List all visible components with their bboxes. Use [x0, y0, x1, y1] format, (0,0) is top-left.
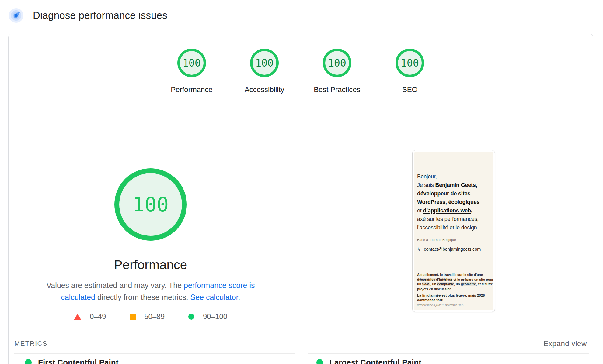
legend-average-label: 50–89 [144, 312, 165, 321]
category-label: Best Practices [314, 85, 360, 94]
expand-view-button[interactable]: Expand view [543, 339, 587, 348]
category-summary-row: 100 Performance 100 Accessibility 100 Be… [9, 49, 593, 94]
legend-average: 50–89 [130, 312, 165, 321]
site-contact-email: ↳contact@benjamingeets.com [417, 247, 491, 252]
disclaimer-line-1: Values are estimated and may vary. The p… [46, 280, 255, 291]
report-card: 100 Performance 100 Accessibility 100 Be… [8, 34, 593, 364]
performance-score-gauge: 100 [177, 49, 206, 77]
pass-circle-icon [188, 314, 194, 320]
performance-detail-section: 100 Performance Values are estimated and… [9, 106, 293, 321]
category-seo[interactable]: 100 SEO [374, 49, 446, 94]
metric-label: Largest Contentful Paint [329, 358, 421, 364]
calculator-link[interactable]: calculated [61, 293, 95, 301]
pass-circle-icon [25, 359, 32, 364]
site-intro-text: Bonjour, Je suis Benjamin Geets, dévelop… [417, 172, 491, 232]
accessibility-score-gauge: 100 [250, 49, 279, 77]
best-practices-score-value: 100 [328, 57, 346, 69]
site-closing-text: La fin d’année est plus légère, mais 202… [417, 293, 491, 302]
category-label: Performance [171, 85, 212, 94]
page-title: Diagnose performance issues [33, 10, 167, 21]
performance-main-gauge: 100 [114, 168, 187, 241]
metrics-header: METRICS Expand view [14, 339, 587, 348]
performance-score-value: 100 [183, 57, 201, 69]
accessibility-score-value: 100 [255, 57, 274, 69]
final-screenshot-thumbnail: Bonjour, Je suis Benjamin Geets, dévelop… [414, 152, 493, 310]
legend-pass-label: 90–100 [203, 312, 227, 321]
category-best-practices[interactable]: 100 Best Practices [301, 49, 374, 94]
page-header: Diagnose performance issues [9, 8, 167, 23]
site-updated-text: dernière mise à jour: 19 Décembre 2025 [417, 304, 491, 307]
pagespeed-gauge-icon [9, 8, 24, 23]
final-screenshot-frame: Bonjour, Je suis Benjamin Geets, dévelop… [412, 150, 495, 312]
legend-fail: 0–49 [74, 312, 106, 321]
seo-score-value: 100 [401, 57, 419, 69]
category-label: SEO [402, 85, 418, 94]
calculator-link[interactable]: performance score is [184, 281, 255, 290]
metrics-divider-left [14, 353, 295, 354]
category-accessibility[interactable]: 100 Accessibility [228, 49, 301, 94]
see-calculator-link[interactable]: See calculator. [190, 293, 240, 301]
disclaimer-line-2: calculated directly from these metrics. … [46, 291, 255, 303]
page: Diagnose performance issues 100 Performa… [0, 0, 603, 364]
performance-section-title: Performance [114, 258, 187, 272]
section-vertical-divider [301, 201, 301, 261]
seo-score-gauge: 100 [396, 49, 424, 77]
average-square-icon [130, 314, 136, 320]
score-disclaimer: Values are estimated and may vary. The p… [46, 280, 255, 303]
metric-row-fcp: First Contentful Paint [25, 358, 118, 364]
performance-main-score: 100 [132, 193, 169, 216]
site-location-text: Basé à Tournai, Belgique [417, 238, 491, 242]
category-performance[interactable]: 100 Performance [155, 49, 228, 94]
best-practices-score-gauge: 100 [323, 49, 351, 77]
arrow-icon: ↳ [417, 247, 421, 252]
pass-circle-icon [316, 359, 323, 364]
metrics-heading: METRICS [14, 340, 47, 348]
metric-label: First Contentful Paint [38, 358, 118, 364]
category-label: Accessibility [245, 85, 284, 94]
legend-fail-label: 0–49 [90, 312, 106, 321]
site-news-text: Actuellement, je travaille sur le site d… [417, 273, 491, 291]
metric-row-lcp: Largest Contentful Paint [316, 358, 421, 364]
legend-pass: 90–100 [188, 312, 227, 321]
fail-triangle-icon [74, 314, 81, 320]
metrics-divider-right [308, 353, 589, 354]
score-range-legend: 0–49 50–89 90–100 [74, 312, 227, 321]
